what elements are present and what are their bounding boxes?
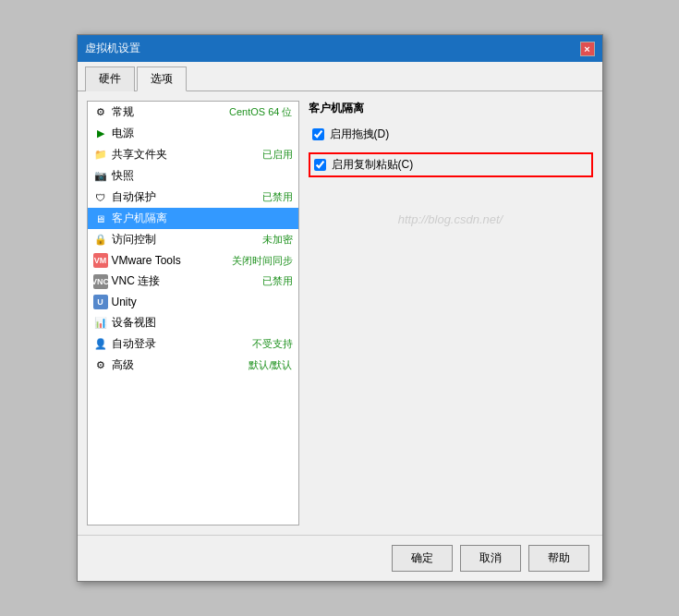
item-label-advanced: 高级 bbox=[112, 357, 249, 373]
drag-drop-label[interactable]: 启用拖拽(D) bbox=[330, 127, 390, 142]
list-item-autologin[interactable]: 👤 自动登录 不受支持 bbox=[88, 333, 298, 355]
footer: 确定 取消 帮助 bbox=[78, 535, 602, 581]
item-label-general: 常规 bbox=[112, 104, 230, 120]
drag-drop-row: 启用拖拽(D) bbox=[309, 124, 593, 145]
drag-drop-checkbox[interactable] bbox=[312, 128, 324, 140]
device-view-icon: 📊 bbox=[93, 316, 108, 331]
item-label-devview: 设备视图 bbox=[112, 315, 293, 331]
right-panel: 客户机隔离 启用拖拽(D) 启用复制粘贴(C) http://blog.csdn… bbox=[309, 101, 593, 525]
item-label-guest: 客户机隔离 bbox=[112, 211, 293, 226]
list-item-general[interactable]: ⚙ 常规 CentOS 64 位 bbox=[88, 102, 298, 123]
item-label-autosave: 自动保护 bbox=[112, 189, 262, 205]
item-label-access: 访问控制 bbox=[112, 232, 262, 248]
list-item-shared-folder[interactable]: 📁 共享文件夹 已启用 bbox=[88, 144, 298, 165]
item-summary-autologin: 不受支持 bbox=[252, 337, 293, 351]
guest-isolate-icon: 🖥 bbox=[93, 211, 108, 226]
list-item-power[interactable]: ▶ 电源 bbox=[88, 123, 298, 144]
item-label-autologin: 自动登录 bbox=[112, 336, 252, 352]
item-label-snapshot: 快照 bbox=[112, 168, 293, 184]
item-summary-autosave: 已禁用 bbox=[262, 190, 293, 204]
clipboard-checkbox[interactable] bbox=[314, 159, 326, 171]
list-item-vmware-tools[interactable]: VM VMware Tools 关闭时间同步 bbox=[88, 250, 298, 271]
item-label-unity: Unity bbox=[112, 296, 293, 308]
help-button[interactable]: 帮助 bbox=[528, 545, 589, 572]
vmware-tools-icon: VM bbox=[93, 253, 108, 268]
clipboard-row: 启用复制粘贴(C) bbox=[309, 152, 593, 177]
settings-list: ⚙ 常规 CentOS 64 位 ▶ 电源 📁 共享文件夹 已启用 bbox=[87, 101, 299, 525]
item-label-power: 电源 bbox=[112, 126, 293, 141]
item-summary-vnc: 已禁用 bbox=[262, 274, 293, 288]
close-button[interactable]: × bbox=[580, 42, 595, 56]
vnc-icon: VNC bbox=[93, 274, 108, 289]
confirm-button[interactable]: 确定 bbox=[392, 545, 453, 572]
item-summary-advanced: 默认/默认 bbox=[249, 358, 292, 372]
item-label-vnc: VNC 连接 bbox=[112, 273, 262, 289]
section-title: 客户机隔离 bbox=[309, 101, 593, 116]
list-item-device-view[interactable]: 📊 设备视图 bbox=[88, 312, 298, 333]
watermark: http://blog.csdn.net/ bbox=[309, 185, 593, 254]
unity-icon: U bbox=[93, 295, 108, 309]
clipboard-label[interactable]: 启用复制粘贴(C) bbox=[332, 157, 414, 173]
list-item-vnc[interactable]: VNC VNC 连接 已禁用 bbox=[88, 271, 298, 292]
content-area: ⚙ 常规 CentOS 64 位 ▶ 电源 📁 共享文件夹 已启用 bbox=[78, 91, 602, 535]
list-item-unity[interactable]: U Unity bbox=[88, 292, 298, 312]
power-icon: ▶ bbox=[93, 127, 108, 141]
general-icon: ⚙ bbox=[93, 105, 108, 120]
item-summary-shared: 已启用 bbox=[262, 148, 293, 162]
list-item-advanced[interactable]: ⚙ 高级 默认/默认 bbox=[88, 355, 298, 376]
item-label-vmtools: VMware Tools bbox=[112, 254, 232, 267]
item-summary-access: 未加密 bbox=[262, 233, 293, 247]
item-summary-general: CentOS 64 位 bbox=[229, 105, 292, 119]
list-item-snapshot[interactable]: 📷 快照 bbox=[88, 165, 298, 187]
autologin-icon: 👤 bbox=[93, 337, 108, 352]
main-dialog: 虚拟机设置 × 硬件 选项 ⚙ 常规 CentOS 64 位 ▶ 电源 bbox=[77, 34, 603, 582]
access-ctrl-icon: 🔒 bbox=[93, 233, 108, 248]
item-summary-vmtools: 关闭时间同步 bbox=[232, 254, 293, 268]
tab-options[interactable]: 选项 bbox=[137, 66, 187, 91]
tab-hardware[interactable]: 硬件 bbox=[85, 66, 135, 91]
item-label-shared: 共享文件夹 bbox=[112, 147, 262, 163]
list-item-access-ctrl[interactable]: 🔒 访问控制 未加密 bbox=[88, 229, 298, 250]
snapshot-icon: 📷 bbox=[93, 169, 108, 184]
autosave-icon: 🛡 bbox=[93, 190, 108, 205]
cancel-button[interactable]: 取消 bbox=[460, 545, 521, 572]
title-bar: 虚拟机设置 × bbox=[78, 35, 602, 62]
dialog-title: 虚拟机设置 bbox=[85, 41, 140, 56]
shared-folder-icon: 📁 bbox=[93, 148, 108, 163]
tab-bar: 硬件 选项 bbox=[78, 62, 602, 91]
list-item-autosave[interactable]: 🛡 自动保护 已禁用 bbox=[88, 187, 298, 208]
advanced-icon: ⚙ bbox=[93, 358, 108, 373]
list-item-guest-isolate[interactable]: 🖥 客户机隔离 bbox=[88, 208, 298, 229]
